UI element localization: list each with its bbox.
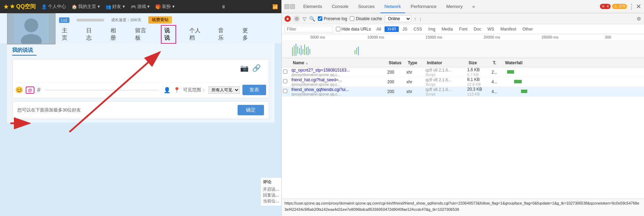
submit-button[interactable]: 发表 — [242, 85, 266, 95]
record-button[interactable]: ● — [284, 16, 291, 22]
games-nav[interactable]: 🎮 游戏 ▾ — [131, 3, 150, 10]
camera-icon[interactable]: 📷 — [240, 64, 249, 72]
tab-performance[interactable]: Performance — [406, 0, 440, 13]
filter-tab-other[interactable]: Other — [520, 26, 536, 32]
inspect-icon[interactable] — [284, 4, 289, 9]
timeline-label-2: 10000 ms — [347, 35, 405, 39]
tab-shuoshuo[interactable]: 说说 — [161, 25, 176, 44]
decoration-label: 装扮 ▾ — [162, 3, 175, 10]
tab-profile[interactable]: 个人档 — [187, 26, 205, 43]
row-time: 4... — [490, 89, 502, 94]
emoji-icon[interactable]: 😊 — [15, 86, 23, 94]
tab-guestbook[interactable]: 留言板 — [132, 26, 150, 43]
friends-nav[interactable]: 👥 好友 ▾ — [106, 3, 125, 10]
svg-rect-17 — [355, 50, 355, 54]
col-header-initiator[interactable]: Initiator — [426, 60, 467, 65]
network-settings-icon[interactable]: ⚙ — [637, 16, 641, 22]
row-checkbox[interactable] — [282, 69, 289, 75]
row-waterfall — [502, 70, 644, 75]
device-icon[interactable] — [290, 4, 295, 9]
filter-tab-all[interactable]: All — [374, 26, 384, 32]
filter-icon[interactable]: ▽ — [303, 16, 306, 22]
tab-sources[interactable]: Sources — [354, 0, 379, 13]
col-header-type[interactable]: Type — [406, 60, 426, 65]
filter-input[interactable] — [284, 26, 333, 33]
table-row[interactable]: friend_show_qqfriends.cgi?ui... /proxy/d… — [282, 87, 644, 97]
timeline-label-4: 20000 ms — [463, 35, 521, 39]
hide-data-urls-checkbox[interactable]: Hide data URLs — [336, 27, 371, 32]
throttle-select[interactable]: Online Slow 3G Fast 3G — [385, 15, 411, 22]
post-toolbar: 😊 @ # 👤 📍 可见范围： 所有人可见 仅自己可见 发表 — [15, 82, 266, 95]
col-header-waterfall[interactable]: Waterfall — [504, 60, 643, 65]
network-table: qz_opcnt2?_stp=1580815163... /proxy/doma… — [282, 67, 644, 199]
at-button[interactable]: @ — [26, 86, 34, 94]
row-checkbox[interactable] — [282, 79, 289, 84]
my-homepage-nav[interactable]: 🏠 我的主页 ▾ — [72, 3, 100, 10]
timeline-labels: 5000 ms 10000 ms 15000 ms 20000 ms 25000… — [282, 34, 644, 40]
filter-tab-ws[interactable]: WS — [485, 26, 497, 32]
visibility-select[interactable]: 所有人可见 仅自己可见 — [208, 86, 240, 94]
tab-elements[interactable]: Elements — [299, 0, 326, 13]
filter-tab-font[interactable]: Font — [456, 26, 470, 32]
upload-icon: ↑ — [414, 16, 416, 22]
signal-icon: 📶 — [272, 4, 278, 9]
row-time: 2... — [490, 70, 502, 75]
tab-memory[interactable]: Memory — [442, 0, 467, 13]
timeline-chart — [282, 40, 644, 58]
personal-center-nav[interactable]: 👤 个人中心 — [41, 3, 66, 10]
decoration-nav[interactable]: 🎁 装扮 ▾ — [155, 3, 175, 10]
col-header-size[interactable]: Size — [467, 60, 492, 65]
qq-topbar: ★ ★ QQ空间 👤 个人中心 🏠 我的主页 ▾ 👥 好友 ▾ 🎮 游戏 ▾ 🎁… — [0, 0, 281, 13]
timeline-label-3: 15000 ms — [405, 35, 463, 39]
hash-icon[interactable]: # — [37, 86, 41, 94]
table-row[interactable]: qz_opcnt2?_stp=1580815163... /proxy/doma… — [282, 67, 644, 77]
col-header-time[interactable]: T. — [492, 60, 504, 65]
col-header-name[interactable]: Name ▲ — [290, 60, 387, 65]
col-header-status[interactable]: Status — [387, 60, 406, 65]
svg-rect-7 — [294, 45, 295, 56]
table-row[interactable]: friend_hat.cgi?hat_seed=... /proxy/domai… — [282, 77, 644, 87]
tab-more[interactable]: 更多 — [240, 26, 254, 43]
level-badge: Lv1 — [59, 17, 69, 23]
disable-cache-checkbox[interactable]: Disable cache — [350, 16, 382, 21]
stop-button[interactable]: ⊘ — [294, 16, 300, 22]
tab-diary[interactable]: 日志 — [83, 26, 97, 43]
filter-tab-doc[interactable]: Doc — [471, 26, 484, 32]
search-icon[interactable]: 🔍 — [309, 16, 315, 22]
row-size: 20.3 KB 113 KB — [466, 87, 490, 97]
vip-badge[interactable]: 续费黄钻 — [148, 16, 172, 24]
divider — [46, 90, 159, 90]
filter-tab-css[interactable]: CSS — [411, 26, 425, 32]
row-name: friend_hat.cgi?hat_seed=... /proxy/domai… — [289, 77, 386, 86]
preserve-log-checkbox[interactable]: Preserve log — [318, 16, 347, 21]
confirm-button[interactable]: 确定 — [238, 105, 264, 115]
filter-tabs: All XHR JS CSS Img Media Font Doc WS Man… — [374, 26, 536, 32]
tab-home[interactable]: 主页 — [59, 26, 73, 43]
row-size: 8.1 KB 22.6 KB — [466, 77, 490, 87]
filter-tab-img[interactable]: Img — [426, 26, 438, 32]
tab-console[interactable]: Console — [328, 0, 353, 13]
error-badge: ✕ 4 — [600, 4, 610, 9]
tab-more[interactable]: » — [468, 0, 479, 13]
svg-rect-18 — [356, 48, 357, 54]
comment-item-1: 开启说... — [263, 186, 279, 192]
row-name: friend_show_qqfriends.cgi?ui... /proxy/d… — [289, 87, 386, 96]
person-tag-icon[interactable]: 👤 — [164, 87, 171, 93]
left-panel: ★ ★ QQ空间 👤 个人中心 🏠 我的主页 ▾ 👥 好友 ▾ 🎮 游戏 ▾ 🎁… — [0, 0, 281, 216]
filter-tab-js[interactable]: JS — [399, 26, 410, 32]
link-icon[interactable]: 🔗 — [252, 64, 261, 72]
row-status: 200 — [386, 89, 405, 94]
location-tag-icon[interactable]: 📍 — [173, 87, 180, 93]
filter-tab-manifest[interactable]: Manifest — [498, 26, 519, 32]
waterfall-bar — [514, 80, 522, 83]
devtools-close-icon[interactable]: ✕ — [636, 3, 641, 10]
tab-network[interactable]: Network — [380, 0, 405, 13]
filter-tab-media[interactable]: Media — [439, 26, 456, 32]
tab-album[interactable]: 相册 — [108, 26, 122, 43]
decoration-icon: 🎁 — [155, 4, 161, 9]
filter-tab-xhr[interactable]: XHR — [385, 26, 399, 32]
svg-rect-10 — [299, 48, 300, 54]
row-checkbox[interactable] — [282, 89, 289, 94]
devtools-settings-icon[interactable]: ⋮ — [628, 3, 635, 10]
tab-music[interactable]: 音乐 — [215, 26, 229, 43]
